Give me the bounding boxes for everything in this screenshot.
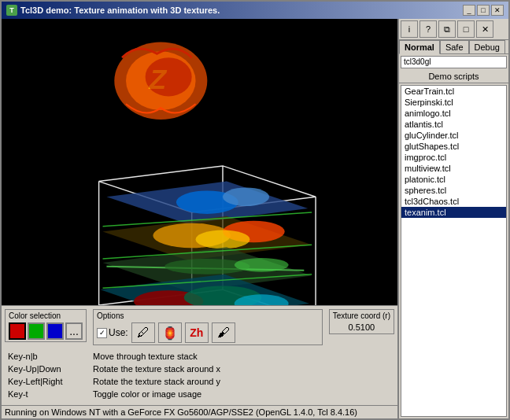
script-item-8[interactable]: platonic.tcl (401, 174, 506, 185)
color-btn-green[interactable] (28, 322, 45, 340)
main-content: Z (2, 19, 508, 418)
script-item-5[interactable]: glutShapes.tcl (401, 141, 506, 152)
status-bar: Running on Windows NT with a GeForce FX … (2, 405, 397, 418)
right-panel: i ? ⧉ □ ✕ Normal Safe Debug tcl3d0gl Dem… (398, 19, 508, 418)
script-item-3[interactable]: atlantis.tcl (401, 119, 506, 130)
key-info: Key-n|b Move through texture stack Key-U… (5, 348, 394, 402)
options-label: Options (97, 311, 319, 320)
svg-point-17 (196, 230, 250, 249)
use-checkbox-group: ✓ Use: (97, 327, 128, 338)
key-name-3: Key-t (8, 388, 87, 400)
brush-icon-btn[interactable]: 🖌 (212, 322, 235, 343)
color-section: Color selection ... (5, 309, 87, 342)
tab-normal[interactable]: Normal (399, 40, 440, 54)
scripts-list[interactable]: GearTrain.tcl Sierpinski.tcl animlogo.tc… (401, 85, 507, 417)
color-btn-red[interactable] (9, 322, 26, 340)
key-desc-0: Move through texture stack (93, 350, 198, 363)
window-title: Tcl3D demo: Texture animation with 3D te… (20, 6, 220, 15)
texture-value: 0.5100 (333, 322, 390, 332)
script-item-2[interactable]: animlogo.tcl (401, 108, 506, 119)
script-item-1[interactable]: Sierpinski.tcl (401, 97, 506, 108)
key-name-2: Key-Left|Right (8, 375, 87, 388)
path-bar: tcl3d0gl (401, 56, 507, 68)
path-text: tcl3d0gl (404, 57, 431, 66)
window-icon: T (6, 5, 17, 16)
color-section-label: Color selection (9, 311, 83, 320)
minimize-button[interactable]: _ (463, 5, 475, 16)
3d-canvas: Z (2, 19, 397, 305)
lamp-icon-btn[interactable]: 🏮 (158, 322, 182, 343)
svg-point-13 (223, 187, 269, 206)
restore-button[interactable]: □ (457, 20, 475, 38)
texture-label: Texture coord (r) (333, 311, 390, 320)
tab-debug[interactable]: Debug (469, 40, 505, 53)
title-bar: T Tcl3D demo: Texture animation with 3D … (2, 2, 508, 19)
bottom-controls: Color selection ... Options (2, 305, 397, 405)
svg-point-21 (235, 258, 289, 272)
key-row-0: Key-n|b Move through texture stack (8, 350, 391, 363)
canvas-area[interactable]: Z (2, 19, 397, 305)
key-row-1: Key-Up|Down Rotate the texture stack aro… (8, 363, 391, 375)
color-buttons: ... (9, 322, 83, 340)
right-close-button[interactable]: ✕ (476, 20, 493, 38)
use-checkbox[interactable]: ✓ (97, 328, 107, 338)
script-item-6[interactable]: imgproc.tcl (401, 152, 506, 163)
info-button[interactable]: i (401, 20, 418, 38)
key-name-1: Key-Up|Down (8, 363, 87, 375)
help-button[interactable]: ? (419, 20, 437, 38)
svg-point-4 (146, 57, 192, 96)
copy-button[interactable]: ⧉ (438, 20, 456, 38)
key-row-2: Key-Left|Right Rotate the texture stack … (8, 375, 391, 388)
script-item-11[interactable]: texanim.tcl (401, 207, 506, 218)
key-row-3: Key-t Toggle color or image usage (8, 388, 391, 400)
script-item-7[interactable]: multiview.tcl (401, 163, 506, 174)
demo-scripts-label: Demo scripts (399, 70, 508, 83)
status-text: Running on Windows NT with a GeForce FX … (5, 407, 357, 417)
close-button[interactable]: ✕ (491, 5, 504, 16)
color-btn-blue[interactable] (46, 322, 64, 340)
script-item-10[interactable]: tcl3dChaos.tcl (401, 196, 506, 207)
script-item-4[interactable]: gluCylinder.tcl (401, 130, 506, 141)
key-desc-3: Toggle color or image usage (93, 388, 201, 400)
options-section: Options ✓ Use: 🖊 🏮 Zh 🖌 (93, 309, 323, 345)
main-window: T Tcl3D demo: Texture animation with 3D … (0, 0, 510, 420)
feather-icon-btn[interactable]: 🖊 (131, 322, 155, 343)
script-item-9[interactable]: spheres.tcl (401, 185, 506, 196)
tabs-row: Normal Safe Debug (399, 40, 508, 54)
key-desc-1: Rotate the texture stack around x (93, 363, 220, 375)
script-item-0[interactable]: GearTrain.tcl (401, 86, 506, 97)
key-name-0: Key-n|b (8, 350, 87, 363)
left-panel: Z (2, 19, 398, 418)
color-btn-more[interactable]: ... (65, 322, 83, 340)
maximize-button[interactable]: □ (477, 5, 490, 16)
use-label: Use: (109, 327, 128, 338)
title-buttons: _ □ ✕ (463, 5, 504, 16)
zh-icon-btn[interactable]: Zh (185, 322, 209, 343)
texture-section: Texture coord (r) 0.5100 (329, 309, 394, 334)
tab-safe[interactable]: Safe (440, 40, 469, 53)
right-toolbar: i ? ⧉ □ ✕ (399, 19, 508, 40)
key-desc-2: Rotate the texture stack around y (93, 375, 220, 388)
